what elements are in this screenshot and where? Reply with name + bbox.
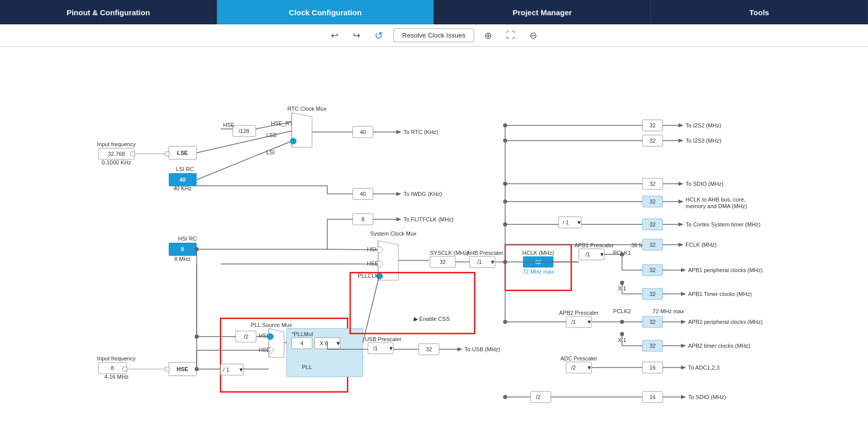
svg-text:▼: ▼	[335, 340, 341, 346]
svg-text:SYSCLK (MHz): SYSCLK (MHz)	[430, 250, 469, 256]
svg-text:To ADC1,2,3: To ADC1,2,3	[688, 364, 720, 371]
svg-text:ADC Prescaler: ADC Prescaler	[561, 355, 598, 361]
svg-marker-147	[678, 222, 684, 226]
svg-marker-233	[457, 347, 462, 351]
svg-text:HSI: HSI	[259, 333, 268, 339]
svg-text:LSI: LSI	[266, 149, 275, 155]
svg-text:HSE: HSE	[177, 366, 189, 372]
svg-rect-189	[531, 391, 551, 403]
redo-button[interactable]: ↪	[349, 28, 364, 43]
tab-clock[interactable]: Clock Configuration	[217, 0, 434, 24]
svg-text:/ 1: / 1	[563, 219, 569, 225]
svg-rect-22	[131, 152, 135, 156]
svg-text:memory and DMA (MHz): memory and DMA (MHz)	[686, 203, 747, 209]
svg-text:72 MHz max: 72 MHz max	[653, 308, 684, 314]
svg-point-246	[503, 182, 507, 186]
svg-text:APB1 peripheral clocks (MHz): APB1 peripheral clocks (MHz)	[688, 267, 763, 273]
svg-text:PLL: PLL	[302, 364, 312, 370]
tab-project[interactable]: Project Manager	[434, 0, 651, 24]
svg-text:FCLK (MHz): FCLK (MHz)	[686, 242, 717, 248]
svg-text:▼: ▼	[586, 319, 592, 325]
svg-text:APB2 timer clocks (MHz): APB2 timer clocks (MHz)	[688, 343, 750, 349]
svg-text:/2: /2	[571, 364, 576, 371]
svg-rect-24	[165, 367, 169, 371]
svg-text:*PLLMul: *PLLMul	[292, 331, 313, 337]
svg-marker-176	[681, 344, 686, 348]
svg-point-250	[503, 320, 507, 324]
svg-point-249	[503, 260, 507, 264]
svg-text:8: 8	[361, 216, 364, 222]
svg-text:32: 32	[649, 242, 656, 248]
svg-text:To FLITFCLK (MHz): To FLITFCLK (MHz)	[404, 216, 453, 222]
svg-text:HSI: HSI	[367, 246, 376, 252]
svg-text:32: 32	[649, 221, 656, 227]
svg-text:PLLCLK: PLLCLK	[358, 273, 379, 279]
svg-text:To IWDG (KHz): To IWDG (KHz)	[404, 191, 442, 197]
svg-text:▼: ▼	[490, 259, 495, 265]
svg-text:32: 32	[440, 259, 446, 265]
svg-text:/2: /2	[243, 334, 248, 340]
svg-text:4: 4	[300, 340, 303, 346]
svg-point-251	[503, 395, 507, 399]
resolve-clock-button[interactable]: Resolve Clock Issues	[393, 28, 474, 42]
svg-text:PLL Source Mux: PLL Source Mux	[251, 322, 292, 328]
clock-diagram-area[interactable]: Input frequency 32.768 0-1000 KHz LSE LS…	[0, 47, 868, 431]
svg-text:RTC Clock Mux: RTC Clock Mux	[288, 106, 327, 112]
zoom-in-button[interactable]: ⊕	[480, 28, 496, 43]
zoom-out-button[interactable]: ⊖	[525, 28, 541, 43]
svg-line-71	[327, 249, 378, 250]
svg-text:32.768: 32.768	[108, 151, 125, 157]
svg-point-248	[503, 222, 507, 226]
svg-point-245	[503, 139, 507, 143]
svg-text:/1: /1	[585, 251, 590, 257]
undo-button[interactable]: ↩	[327, 28, 343, 43]
svg-text:APB2 peripheral clocks (MHz): APB2 peripheral clocks (MHz)	[688, 319, 763, 325]
svg-text:HSE: HSE	[223, 122, 235, 128]
tab-tools[interactable]: Tools	[651, 0, 868, 24]
svg-line-38	[197, 141, 292, 180]
svg-text:To Cortex System timer (MHz): To Cortex System timer (MHz)	[686, 221, 760, 227]
svg-text:32: 32	[649, 343, 656, 349]
svg-text:PCLK2: PCLK2	[613, 308, 631, 314]
svg-marker-129	[678, 182, 684, 186]
svg-text:8: 8	[111, 365, 114, 371]
tab-pinout[interactable]: Pinout & Configuration	[0, 0, 217, 24]
svg-text:To SDIO (MHz): To SDIO (MHz)	[688, 394, 726, 400]
svg-point-39	[290, 138, 296, 144]
svg-text:72 MHz max: 72 MHz max	[522, 269, 554, 275]
svg-text:32: 32	[649, 198, 656, 205]
svg-text:40 KHz: 40 KHz	[173, 185, 192, 191]
svg-text:▶ Enable CSS: ▶ Enable CSS	[414, 316, 450, 322]
svg-rect-25	[123, 367, 127, 371]
svg-text:HCLK to AHB bus, core,: HCLK to AHB bus, core,	[686, 196, 746, 203]
svg-text:AHB Prescaler: AHB Prescaler	[467, 250, 503, 256]
svg-marker-60	[396, 217, 401, 221]
top-navigation: Pinout & Configuration Clock Configurati…	[0, 0, 868, 24]
main-area: Input frequency 32.768 0-1000 KHz LSE LS…	[0, 47, 868, 431]
refresh-button[interactable]: ↺	[370, 27, 387, 44]
svg-text:HSE: HSE	[259, 347, 270, 353]
svg-marker-109	[681, 292, 686, 296]
svg-text:To RTC (KHz): To RTC (KHz)	[404, 129, 438, 135]
svg-point-244	[503, 123, 507, 127]
svg-marker-123	[678, 139, 684, 143]
svg-point-243	[195, 367, 199, 371]
svg-rect-222	[350, 273, 475, 334]
svg-text:HCLK (MHz): HCLK (MHz)	[522, 250, 554, 256]
svg-point-247	[503, 200, 507, 204]
svg-text:/128: /128	[238, 128, 249, 134]
svg-text:HSE: HSE	[367, 260, 379, 267]
svg-text:32: 32	[649, 181, 656, 187]
svg-text:USB Prescaler: USB Prescaler	[365, 336, 401, 342]
svg-text:LSI RC: LSI RC	[176, 166, 194, 172]
svg-marker-101	[681, 268, 686, 272]
svg-marker-44	[396, 130, 401, 134]
svg-text:System Clock Mux: System Clock Mux	[370, 230, 417, 237]
svg-text:0-1000 KHz: 0-1000 KHz	[102, 159, 132, 165]
svg-point-253	[620, 281, 624, 285]
svg-point-252	[620, 252, 624, 256]
svg-text:Input frequency: Input frequency	[97, 355, 136, 361]
svg-text:To USB (MHz): To USB (MHz)	[464, 346, 500, 352]
svg-marker-135	[678, 200, 684, 204]
fit-button[interactable]: ⛶	[502, 28, 519, 43]
